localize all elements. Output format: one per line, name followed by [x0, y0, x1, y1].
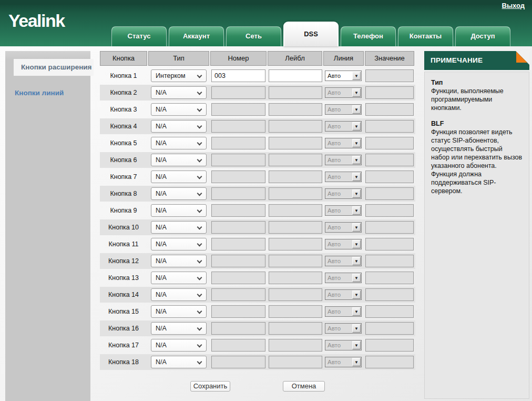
tab-контакты[interactable]: Контакты: [398, 26, 453, 46]
note-panel: ПРИМЕЧАНИЕ ТипФункции, выполняемые прогр…: [424, 51, 529, 399]
dropdown-arrow-icon: ▼: [352, 257, 361, 265]
value-input: [365, 154, 414, 166]
table-row: Кнопка 12N/AАвто▼: [100, 253, 415, 269]
key-row-label: Кнопка 2: [100, 89, 147, 96]
line-select: Авто▼: [325, 172, 362, 182]
number-input: [211, 103, 265, 116]
number-input[interactable]: [211, 69, 265, 82]
value-input: [365, 339, 414, 352]
type-select[interactable]: N/A: [151, 255, 207, 267]
cancel-button[interactable]: Отмена: [283, 381, 325, 392]
dropdown-arrow-icon: ▼: [352, 307, 361, 316]
type-select[interactable]: N/A: [151, 120, 207, 133]
table-row: Кнопка 4N/AАвто▼: [100, 118, 415, 134]
column-header: Номер: [210, 51, 267, 66]
key-row-label: Кнопка 7: [100, 173, 147, 181]
key-row-label: Кнопка 8: [100, 190, 147, 197]
type-select[interactable]: N/A: [151, 86, 207, 99]
value-input: [365, 221, 414, 234]
type-select-value: N/A: [156, 139, 167, 147]
tab-сеть[interactable]: Сеть: [226, 26, 281, 46]
type-select-value: N/A: [156, 156, 167, 164]
line-select-value: Авто: [328, 325, 341, 332]
type-select-value: N/A: [156, 257, 167, 265]
key-row-label: Кнопка 16: [100, 325, 147, 332]
type-select[interactable]: N/A: [151, 154, 207, 166]
line-select: Авто▼: [325, 104, 362, 115]
type-select-value: N/A: [156, 308, 167, 315]
dropdown-arrow-icon: ▼: [352, 290, 361, 299]
dropdown-arrow-icon: ▼: [352, 105, 361, 114]
label-input: [269, 137, 322, 149]
note-section-text: Функция позволяет видеть статус SIP-абон…: [431, 128, 522, 195]
chevron-down-icon: [197, 292, 202, 297]
table-header-row: КнопкаТипНомерЛейблЛинияЗначение: [100, 51, 415, 66]
logout-link[interactable]: Выход: [502, 2, 525, 9]
column-header: Значение: [365, 51, 414, 66]
number-input: [211, 86, 265, 99]
dropdown-arrow-icon: ▼: [352, 341, 361, 349]
value-input: [365, 305, 414, 318]
tab-статус[interactable]: Статус: [111, 26, 167, 46]
line-select: Авто▼: [325, 87, 362, 98]
type-select[interactable]: N/A: [151, 171, 207, 183]
type-select[interactable]: N/A: [151, 103, 207, 116]
type-select[interactable]: N/A: [151, 187, 207, 200]
line-select[interactable]: Авто▼: [325, 71, 362, 81]
type-select[interactable]: N/A: [151, 356, 207, 368]
line-select: Авто▼: [325, 222, 362, 233]
sidebar-item-line-keys[interactable]: Кнопки линий: [15, 89, 88, 97]
label-input: [269, 103, 322, 116]
line-select-value: Авто: [328, 106, 341, 113]
save-button[interactable]: Сохранить: [190, 381, 230, 392]
type-select[interactable]: N/A: [151, 272, 207, 284]
type-select[interactable]: N/A: [151, 288, 207, 301]
label-input: [269, 255, 322, 267]
number-input: [211, 272, 265, 284]
value-input: [365, 86, 414, 99]
sidebar-item-expansion-keys[interactable]: Кнопки расширения: [14, 59, 94, 76]
number-input: [211, 204, 265, 217]
label-input: [269, 86, 322, 99]
column-header: Лейбл: [268, 51, 322, 66]
chevron-down-icon: [197, 191, 202, 196]
note-section-heading: BLF: [431, 119, 523, 128]
type-select[interactable]: N/A: [151, 204, 207, 217]
number-input: [211, 322, 265, 335]
value-input: [365, 187, 414, 200]
dropdown-arrow-icon: ▼: [352, 324, 361, 333]
type-select[interactable]: N/A: [151, 238, 207, 250]
tab-телефон[interactable]: Телефон: [341, 26, 396, 46]
table-row: Кнопка 7N/AАвто▼: [100, 169, 415, 185]
type-select[interactable]: Интерком: [151, 69, 207, 82]
table-row: Кнопка 10N/AАвто▼: [100, 219, 415, 235]
type-select[interactable]: N/A: [151, 339, 207, 352]
chevron-down-icon: [197, 124, 202, 129]
dropdown-arrow-icon: ▼: [352, 88, 361, 97]
key-row-label: Кнопка 12: [100, 257, 147, 265]
number-input: [211, 120, 265, 133]
line-select: Авто▼: [325, 256, 362, 266]
chevron-down-icon: [197, 174, 202, 179]
type-select-value: N/A: [156, 207, 167, 214]
type-select-value: Интерком: [156, 72, 186, 79]
column-header: Тип: [148, 51, 209, 66]
chevron-down-icon: [197, 343, 202, 348]
header-top-strip: [0, 0, 532, 5]
line-select-value: Авто: [328, 89, 341, 96]
tab-dss[interactable]: DSS: [283, 22, 339, 46]
tab-аккаунт[interactable]: Аккаунт: [169, 26, 224, 46]
type-select[interactable]: N/A: [151, 305, 207, 318]
type-select[interactable]: N/A: [151, 322, 207, 335]
type-select[interactable]: N/A: [151, 221, 207, 234]
tab-доступ[interactable]: Доступ: [455, 26, 510, 46]
label-input: [269, 154, 322, 166]
label-input: [269, 339, 322, 352]
chevron-down-icon: [197, 258, 202, 264]
type-select[interactable]: N/A: [151, 137, 207, 149]
number-input: [211, 137, 265, 149]
label-input[interactable]: [269, 69, 322, 82]
line-select: Авто▼: [325, 306, 362, 317]
key-row-label: Кнопка 3: [100, 106, 147, 113]
type-select-value: N/A: [156, 123, 167, 130]
